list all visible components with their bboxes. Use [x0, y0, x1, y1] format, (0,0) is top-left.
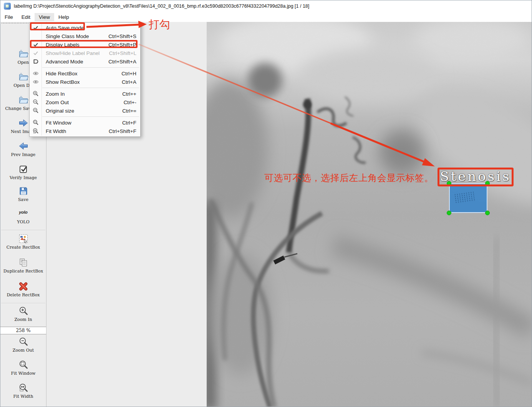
menu-item-display-labels[interactable]: Display Labels Ctrl+Shift+P [30, 40, 140, 49]
advanced-mode-icon [33, 58, 39, 65]
toolbar-fit-window-button[interactable]: Fit Window [0, 360, 46, 376]
toolbar-yolo-format-button[interactable]: yolo YOLO [0, 208, 46, 224]
menu-item-show-rectbox[interactable]: Show RectBox Ctrl+A [30, 78, 140, 86]
eye-icon [33, 80, 39, 84]
toolbar-prev-image-button[interactable]: Prev Image [0, 141, 46, 157]
menu-item-advanced-mode[interactable]: Advanced Mode Ctrl+Shift+A [30, 57, 140, 66]
bbox-handle-bottom-left[interactable] [447, 211, 451, 215]
bbox-handle-top-right[interactable] [485, 181, 490, 186]
fit-width-icon [18, 383, 28, 393]
fit-width-icon [33, 128, 39, 134]
eye-icon [33, 71, 39, 76]
toolbar-duplicate-rectbox-button[interactable]: Duplicate RectBox [0, 257, 46, 274]
toolbar-separator [1, 303, 45, 303]
yolo-format-icon: yolo [19, 208, 28, 216]
menu-bar: File Edit View Help [0, 12, 532, 22]
annotation-note-text: 可选可不选，选择后左上角会显示标签。 [264, 172, 434, 184]
menu-item-auto-save-mode[interactable]: Auto Save mode [30, 23, 140, 32]
toolbar-create-rectbox-button[interactable]: Create RectBox [0, 234, 46, 250]
original-size-icon [33, 108, 39, 114]
duplicate-rectbox-icon [18, 257, 28, 267]
bbox-handle-bottom-right[interactable] [485, 211, 490, 215]
checkmark-icon [33, 42, 38, 47]
toolbar-save-button[interactable]: Save [0, 186, 46, 202]
zoom-spinbox[interactable]: 258 % [0, 327, 46, 334]
menu-item-show-hide-label-panel[interactable]: Show/Hide Label Panel Ctrl+Shift+L [30, 49, 140, 57]
menu-item-original-size[interactable]: Original size Ctrl+= [30, 106, 140, 115]
annotation-tick-text: 打勾 [149, 17, 170, 32]
toolbar-fit-width-button[interactable]: Fit Width [0, 383, 46, 399]
bounding-box-speckle [454, 191, 475, 204]
toolbar-zoom-in-button[interactable]: Zoom In [0, 306, 46, 322]
window-title: labelImg D:\Project\StenoticAngiographyD… [14, 3, 309, 9]
menu-item-zoom-in[interactable]: Zoom In Ctrl++ [30, 90, 140, 98]
verify-image-icon [18, 164, 28, 174]
save-icon [18, 186, 28, 196]
zoom-in-icon [18, 306, 28, 316]
zoom-out-icon [18, 337, 28, 347]
bbox-handle-top-left[interactable] [447, 181, 451, 186]
toolbar-verify-image-button[interactable]: Verify Image [0, 164, 46, 180]
menu-file[interactable]: File [0, 13, 17, 21]
zoom-out-icon [33, 99, 39, 105]
fit-window-icon [18, 360, 28, 370]
bounding-box[interactable] [449, 183, 487, 213]
change-save-dir-icon [18, 95, 28, 105]
menu-item-hide-rectbox[interactable]: Hide RectBox Ctrl+H [30, 69, 140, 78]
menu-edit[interactable]: Edit [17, 13, 35, 21]
toolbar-separator [1, 230, 45, 230]
open-file-icon [18, 49, 28, 59]
toolbar-delete-rectbox-button[interactable]: Delete RectBox [0, 281, 46, 297]
title-bar: labelImg D:\Project\StenoticAngiographyD… [0, 0, 532, 12]
app-icon [4, 3, 11, 10]
checkmark-icon [33, 25, 38, 30]
menu-item-fit-width[interactable]: Fit Width Ctrl+Shift+F [30, 127, 140, 135]
checkmark-icon [33, 51, 38, 55]
angiography-image [207, 22, 532, 407]
next-image-icon [18, 118, 28, 128]
menu-help[interactable]: Help [54, 13, 73, 21]
delete-rectbox-icon [18, 281, 28, 291]
menu-separator [42, 67, 139, 68]
zoom-in-icon [33, 91, 39, 97]
menu-separator [42, 88, 139, 88]
menu-item-single-class-mode[interactable]: Single Class Mode Ctrl+Shift+S [30, 32, 140, 40]
labelimg-window: labelImg D:\Project\StenoticAngiographyD… [0, 0, 532, 407]
menu-item-zoom-out[interactable]: Zoom Out Ctrl+- [30, 98, 140, 106]
toolbar-zoom-out-button[interactable]: Zoom Out [0, 337, 46, 353]
fit-window-icon [33, 120, 39, 126]
view-menu-dropdown: Auto Save mode Single Class Mode Ctrl+Sh… [29, 22, 141, 137]
menu-item-fit-window[interactable]: Fit Window Ctrl+F [30, 118, 140, 127]
create-rectbox-icon [18, 234, 28, 244]
menu-separator [42, 116, 139, 117]
menu-view[interactable]: View [35, 13, 54, 21]
open-dir-icon [18, 72, 28, 82]
prev-image-icon [18, 141, 28, 151]
